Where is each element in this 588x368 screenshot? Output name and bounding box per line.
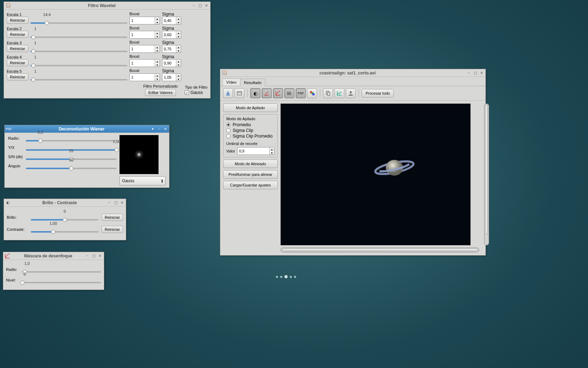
sigma-spinner[interactable]: 0,60▲▼	[162, 31, 181, 39]
spinner-up-icon[interactable]: ▲	[155, 74, 160, 77]
angle-tool-button[interactable]	[262, 88, 272, 98]
levels-tool-button[interactable]	[284, 88, 294, 98]
minimize-icon[interactable]: −	[466, 71, 471, 76]
maximize-icon[interactable]: ▫	[156, 127, 161, 132]
load-save-button[interactable]: Cargar/Guardar ajustes	[223, 181, 278, 189]
spinner-up-icon[interactable]: ▲	[155, 60, 160, 63]
scale-slider[interactable]: 1	[30, 74, 127, 80]
maximize-icon[interactable]: ▢	[113, 200, 118, 205]
spinner-down-icon[interactable]: ▼	[155, 35, 160, 38]
stack-mode-button[interactable]: Modo de Apilado	[223, 104, 278, 112]
maximize-icon[interactable]: ▢	[473, 71, 478, 76]
threshold-spinner[interactable]: 0,9 ▲▼	[237, 147, 274, 155]
angle-slider[interactable]: 90	[26, 163, 117, 169]
scale-slider[interactable]: 1	[30, 46, 127, 52]
vertical-scrollbar[interactable]	[484, 104, 489, 245]
scale-slider[interactable]: 14,4	[30, 17, 127, 24]
export-tool-button[interactable]	[346, 88, 356, 98]
sigma-spinner[interactable]: 0,45▲▼	[162, 17, 181, 24]
contrast-icon: ◐	[5, 200, 11, 206]
radio-average[interactable]: Promedio	[226, 122, 274, 127]
main-titlebar[interactable]: 🪟 cvastroalign: sat1_corto.avi − ▢ ✕	[220, 69, 486, 77]
spinner-up-icon[interactable]: ▲	[176, 74, 181, 77]
scale-reset-button[interactable]: Reiniciar	[7, 17, 28, 24]
scale-slider[interactable]: 1	[30, 32, 127, 38]
unsharp-radius-slider[interactable]: 1,0	[22, 266, 101, 273]
window-icon-button[interactable]	[234, 88, 244, 98]
boost-spinner[interactable]: 1▲▼	[129, 31, 160, 39]
spinner-down-icon[interactable]: ▼	[270, 151, 274, 155]
spinner-up-icon[interactable]: ▲	[270, 147, 274, 151]
unsharp-level-slider[interactable]: 0	[22, 277, 101, 283]
spinner-down-icon[interactable]: ▼	[155, 49, 160, 52]
edit-values-button[interactable]: Editar Valores	[145, 89, 176, 96]
minimize-icon[interactable]: −	[191, 3, 196, 8]
sigma-spinner[interactable]: 0,75▲▼	[162, 45, 181, 53]
horizontal-scrollbar[interactable]	[281, 247, 479, 252]
process-all-button[interactable]: Procesar todo	[362, 89, 394, 97]
brightness-slider[interactable]: 0	[31, 214, 99, 221]
contrast-tool-button[interactable]: ◐	[250, 88, 260, 98]
spinner-up-icon[interactable]: ▲	[155, 17, 160, 21]
curve-tool-button[interactable]	[273, 88, 283, 98]
minimize-icon[interactable]: ▾	[150, 127, 155, 132]
histogram-tool-button[interactable]	[334, 88, 344, 98]
unsharp-titlebar[interactable]: Máscara de desenfoque − ▢ ✕	[3, 252, 104, 260]
radio-sigma[interactable]: Sigma Clip	[226, 128, 274, 133]
copy-tool-button[interactable]	[323, 88, 333, 98]
boost-spinner[interactable]: 1▲▼	[129, 73, 160, 81]
spinner-up-icon[interactable]: ▲	[155, 45, 160, 49]
maximize-icon[interactable]: ▢	[91, 253, 96, 258]
contrast-reset-button[interactable]: Reiniciar	[101, 226, 123, 233]
scale-slider[interactable]: 1	[30, 60, 127, 66]
spinner-down-icon[interactable]: ▼	[155, 21, 160, 24]
psf-tool-button[interactable]: PSF	[296, 88, 306, 98]
spinner-up-icon[interactable]: ▲	[176, 31, 181, 35]
align-mode-button[interactable]: Modo de Alineado	[223, 160, 278, 168]
close-icon[interactable]: ✕	[204, 3, 209, 8]
psf-type-combo[interactable]: Gauss ▴▾	[120, 176, 166, 185]
close-icon[interactable]: ✕	[163, 127, 168, 132]
contrast-slider[interactable]: 1,00	[31, 226, 99, 233]
sigma-spinner[interactable]: 1,05▲▼	[162, 73, 181, 81]
spinner-up-icon[interactable]: ▲	[176, 60, 181, 63]
wiener-titlebar[interactable]: PSF Deconvolución Wiener ▾ ▫ ✕	[5, 125, 169, 133]
boost-spinner[interactable]: 1▲▼	[129, 17, 160, 24]
close-icon[interactable]: ✕	[479, 71, 484, 76]
maximize-icon[interactable]: ▢	[198, 3, 203, 8]
spinner-down-icon[interactable]: ▼	[155, 63, 160, 67]
boost-label: Boost	[129, 40, 160, 44]
wavelet-titlebar[interactable]: 🪟 Filtro Wavelet − ▢ ✕	[4, 2, 210, 10]
spinner-down-icon[interactable]: ▼	[176, 77, 181, 81]
scale-reset-button[interactable]: Reiniciar	[7, 31, 28, 38]
spinner-up-icon[interactable]: ▲	[155, 31, 160, 35]
scale-reset-button[interactable]: Reiniciar	[7, 59, 28, 66]
close-icon[interactable]: ✕	[98, 253, 102, 258]
spinner-down-icon[interactable]: ▼	[176, 49, 181, 52]
minimize-icon[interactable]: −	[85, 253, 90, 258]
brightness-reset-button[interactable]: Reiniciar	[101, 214, 123, 221]
scale-reset-button[interactable]: Reiniciar	[7, 45, 28, 52]
gauss-checkbox[interactable]: ✓Gauss	[185, 90, 203, 95]
rgb-tool-button[interactable]	[307, 88, 317, 98]
tab-video[interactable]: Vídeo	[222, 78, 240, 86]
minimize-icon[interactable]: −	[107, 200, 112, 205]
boost-spinner[interactable]: 1▲▼	[129, 45, 160, 53]
scale-reset-button[interactable]: Reiniciar	[7, 73, 28, 80]
boost-spinner[interactable]: 1▲▼	[129, 59, 160, 67]
result-canvas[interactable]	[281, 104, 471, 245]
spinner-down-icon[interactable]: ▼	[176, 63, 181, 67]
brightcon-titlebar[interactable]: ◐ Brillo - Contraste − ▢ ✕	[4, 199, 126, 207]
spinner-down-icon[interactable]: ▼	[176, 21, 181, 24]
save-icon-button[interactable]	[223, 88, 233, 98]
spinner-down-icon[interactable]: ▼	[155, 77, 160, 81]
close-icon[interactable]: ✕	[120, 200, 124, 205]
radius-slider[interactable]: 2,2	[26, 135, 117, 141]
spinner-down-icon[interactable]: ▼	[176, 35, 181, 38]
radio-sigma-avg[interactable]: Sigma Clip Promedio	[226, 134, 274, 139]
sigma-spinner[interactable]: 0,90▲▼	[162, 59, 181, 67]
preblur-button[interactable]: Predifuminar para alinear	[223, 170, 278, 179]
spinner-up-icon[interactable]: ▲	[176, 17, 181, 21]
spinner-up-icon[interactable]: ▲	[176, 45, 181, 49]
tab-result[interactable]: Resultado	[240, 79, 266, 86]
